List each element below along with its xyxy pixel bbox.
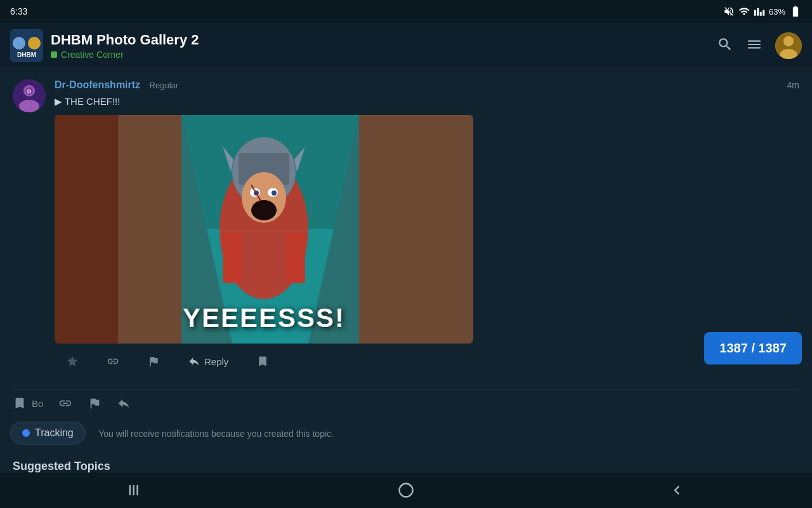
bottom-link[interactable] xyxy=(58,396,72,410)
battery-text: 63% xyxy=(769,7,785,17)
author-avatar-image: D xyxy=(13,79,46,112)
header-category[interactable]: Creative Corner xyxy=(51,50,199,60)
pagination-current: 1387 xyxy=(719,341,748,355)
reply-icon xyxy=(188,355,200,368)
post-author-role: Regular xyxy=(150,81,179,90)
menu-button[interactable] xyxy=(746,36,763,55)
post-author-avatar[interactable]: D xyxy=(13,79,46,112)
nav-bar xyxy=(0,472,812,508)
svg-point-2 xyxy=(28,37,41,50)
svg-point-28 xyxy=(272,190,277,196)
nav-back-button[interactable] xyxy=(649,475,705,505)
app-header: DHBM DHBM Photo Gallery 2 Creative Corne… xyxy=(0,23,812,69)
svg-text:DHBM: DHBM xyxy=(17,51,36,58)
bottom-bookmark-label: Bo xyxy=(32,398,43,409)
like-icon xyxy=(66,355,79,368)
svg-text:D: D xyxy=(27,88,32,95)
flag-button[interactable] xyxy=(136,350,171,373)
post-body: Dr-Doofenshmirtz Regular 4m ▶ THE CHEF!!… xyxy=(55,79,799,373)
svg-point-5 xyxy=(783,36,794,46)
header-right xyxy=(717,32,802,59)
battery-icon xyxy=(789,5,802,18)
search-button[interactable] xyxy=(717,36,733,55)
nav-back-icon xyxy=(668,481,686,499)
search-icon xyxy=(717,36,733,53)
svg-rect-31 xyxy=(286,232,305,283)
svg-point-24 xyxy=(251,200,277,220)
svg-rect-17 xyxy=(55,115,118,344)
header-left: DHBM DHBM Photo Gallery 2 Creative Corne… xyxy=(10,29,199,62)
mute-icon xyxy=(723,6,735,17)
tracking-dot xyxy=(22,429,30,437)
bottom-flag-icon xyxy=(88,396,102,410)
post-meta: Dr-Doofenshmirtz Regular 4m xyxy=(55,79,799,91)
svg-rect-32 xyxy=(129,485,131,495)
page-title: DHBM Photo Gallery 2 xyxy=(51,32,199,48)
bottom-bookmark[interactable]: Bo xyxy=(13,396,43,410)
svg-point-35 xyxy=(399,484,412,497)
status-time: 6:33 xyxy=(10,6,27,17)
nav-menu-icon xyxy=(126,481,144,499)
suggested-topics-title: Suggested Topics xyxy=(13,460,799,473)
status-bar: 6:33 63% xyxy=(0,0,812,23)
nav-home-button[interactable] xyxy=(378,475,434,505)
nav-home-icon xyxy=(397,481,415,499)
category-dot xyxy=(51,51,57,58)
tracking-area: Tracking You will receive notifications … xyxy=(0,417,812,450)
forum-avatar[interactable]: DHBM xyxy=(10,29,43,62)
forum-avatar-image: DHBM xyxy=(10,29,43,62)
reply-button[interactable]: Reply xyxy=(176,350,240,373)
user-avatar-image xyxy=(775,32,802,59)
flag-icon xyxy=(147,355,160,368)
svg-rect-34 xyxy=(137,485,138,495)
wifi-icon xyxy=(738,6,750,17)
pagination-separator: / xyxy=(751,341,755,355)
like-button[interactable] xyxy=(55,350,90,373)
bottom-actions: Bo xyxy=(0,390,812,417)
svg-point-9 xyxy=(19,100,39,112)
user-avatar[interactable] xyxy=(775,32,802,59)
header-text: DHBM Photo Gallery 2 Creative Corner xyxy=(51,32,199,60)
category-label: Creative Corner xyxy=(61,50,124,60)
post-image[interactable]: YEEEESSS! xyxy=(55,115,473,344)
tracking-description: You will receive notifications because y… xyxy=(98,429,334,439)
main-content: D Dr-Doofenshmirtz Regular 4m ▶ THE CHEF… xyxy=(0,69,812,473)
image-caption: YEEEESSS! xyxy=(183,303,345,333)
post-container: D Dr-Doofenshmirtz Regular 4m ▶ THE CHEF… xyxy=(0,69,812,389)
bookmark-button[interactable] xyxy=(245,350,280,373)
post-text: ▶ THE CHEF!!! xyxy=(55,96,799,107)
pagination-total: 1387 xyxy=(759,341,787,355)
tracking-button[interactable]: Tracking xyxy=(10,422,86,444)
post-author-info: Dr-Doofenshmirtz Regular xyxy=(55,79,178,91)
post-image-wrapper: YEEEESSS! xyxy=(55,115,799,344)
bottom-flag[interactable] xyxy=(88,396,102,410)
post-actions: Reply xyxy=(55,350,799,373)
bookmark-icon xyxy=(256,355,269,368)
post-image-canvas: YEEEESSS! xyxy=(55,115,473,344)
svg-rect-30 xyxy=(223,232,242,283)
link-button[interactable] xyxy=(95,350,131,373)
svg-point-1 xyxy=(13,37,25,50)
signal-icon xyxy=(754,6,765,17)
bottom-link-icon xyxy=(58,396,72,410)
tracking-label: Tracking xyxy=(35,427,74,439)
menu-icon xyxy=(746,36,763,53)
bottom-reply-icon xyxy=(117,396,131,410)
link-icon xyxy=(107,355,119,368)
svg-rect-33 xyxy=(133,485,134,495)
bottom-reply[interactable] xyxy=(117,396,131,410)
nav-menu-button[interactable] xyxy=(107,475,163,505)
suggested-topics-section: Suggested Topics xyxy=(0,450,812,473)
bottom-bookmark-icon xyxy=(13,396,27,410)
post-author-name[interactable]: Dr-Doofenshmirtz xyxy=(55,79,140,90)
status-icons: 63% xyxy=(723,5,802,18)
post: D Dr-Doofenshmirtz Regular 4m ▶ THE CHEF… xyxy=(13,79,799,379)
post-time: 4m xyxy=(787,80,799,90)
svg-rect-14 xyxy=(359,115,473,344)
pagination-badge[interactable]: 1387 / 1387 xyxy=(704,332,802,364)
